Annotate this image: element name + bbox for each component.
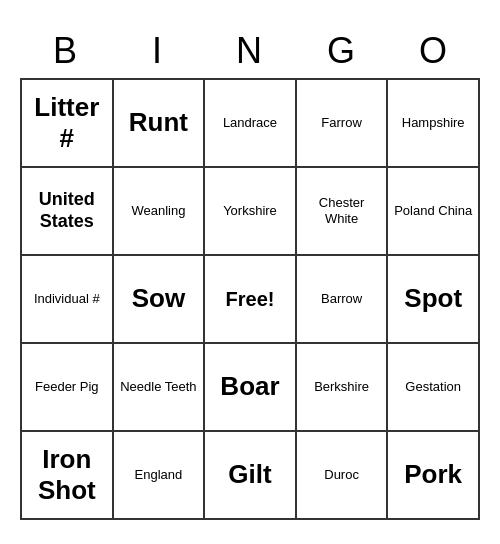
bingo-cell: Free!: [205, 256, 297, 344]
bingo-cell: Hampshire: [388, 80, 480, 168]
bingo-cell: Feeder Pig: [22, 344, 114, 432]
bingo-cell: Pork: [388, 432, 480, 520]
bingo-cell: Individual #: [22, 256, 114, 344]
bingo-cell: Litter #: [22, 80, 114, 168]
bingo-cell: Needle Teeth: [114, 344, 206, 432]
header-letter: I: [112, 24, 204, 78]
bingo-cell: Berkshire: [297, 344, 389, 432]
bingo-cell: United States: [22, 168, 114, 256]
bingo-cell: Poland China: [388, 168, 480, 256]
bingo-cell: Duroc: [297, 432, 389, 520]
bingo-cell: Weanling: [114, 168, 206, 256]
bingo-grid: Litter #RuntLandraceFarrowHampshireUnite…: [20, 78, 480, 520]
header-letter: B: [20, 24, 112, 78]
bingo-cell: Yorkshire: [205, 168, 297, 256]
header-letter: N: [204, 24, 296, 78]
bingo-cell: Barrow: [297, 256, 389, 344]
header-letter: O: [388, 24, 480, 78]
bingo-card: BINGO Litter #RuntLandraceFarrowHampshir…: [20, 24, 480, 520]
bingo-cell: Iron Shot: [22, 432, 114, 520]
bingo-cell: Runt: [114, 80, 206, 168]
bingo-cell: Gestation: [388, 344, 480, 432]
bingo-cell: Chester White: [297, 168, 389, 256]
bingo-header: BINGO: [20, 24, 480, 78]
bingo-cell: England: [114, 432, 206, 520]
bingo-cell: Landrace: [205, 80, 297, 168]
header-letter: G: [296, 24, 388, 78]
bingo-cell: Boar: [205, 344, 297, 432]
bingo-cell: Gilt: [205, 432, 297, 520]
bingo-cell: Spot: [388, 256, 480, 344]
bingo-cell: Farrow: [297, 80, 389, 168]
bingo-cell: Sow: [114, 256, 206, 344]
